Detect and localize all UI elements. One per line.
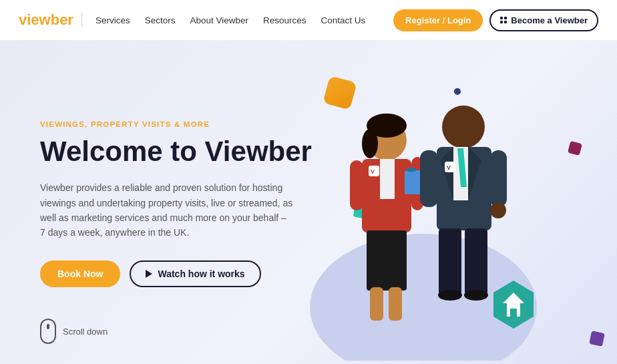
nav-link-contact[interactable]: Contact Us [321,15,366,25]
people-illustration: V V [283,53,564,361]
hero-content: VIEWINGS, PROPERTY VISITS & MORE Welcome… [40,120,312,287]
nav-link-about[interactable]: About Viewber [190,15,248,25]
svg-rect-26 [439,228,461,295]
svg-rect-27 [465,228,487,295]
book-now-button[interactable]: Book Now [40,260,120,287]
register-button[interactable]: Register / Login [393,9,483,31]
become-button[interactable]: Become a Viewber [489,9,598,31]
svg-rect-8 [367,230,407,291]
hero-illustration: V V [283,53,564,361]
navbar: viewber Services Sectors About Viewber R… [0,0,617,40]
play-icon [146,270,152,278]
svg-text:V: V [447,164,451,171]
nav-item-contact[interactable]: Contact Us [321,14,366,26]
svg-rect-23 [420,150,438,207]
svg-rect-24 [490,150,507,207]
logo: viewber [19,11,73,29]
watch-label: Watch how it works [158,268,244,279]
svg-rect-14 [389,287,402,321]
svg-rect-9 [350,160,363,210]
nav-item-services[interactable]: Services [95,14,130,26]
grid-icon [500,17,507,23]
watch-button[interactable]: Watch how it works [130,260,260,287]
hero-buttons: Book Now Watch how it works [40,260,312,287]
nav-link-services[interactable]: Services [95,15,130,25]
nav-actions: Register / Login Become a Viewber [393,9,598,31]
nav-item-resources[interactable]: Resources [263,14,306,26]
hero-subtitle: VIEWINGS, PROPERTY VISITS & MORE [40,120,312,128]
nav-item-about[interactable]: About Viewber [190,14,248,26]
become-label: Become a Viewber [511,15,588,25]
scroll-icon [40,319,56,344]
scroll-label: Scroll down [63,327,108,337]
svg-point-3 [362,129,378,158]
svg-rect-5 [380,159,395,199]
nav-link-sectors[interactable]: Sectors [145,15,176,25]
crimson-shape-decoration [568,141,582,156]
scroll-dot [47,324,49,329]
logo-text: viewber [19,11,73,29]
svg-rect-13 [370,287,383,321]
svg-point-28 [438,290,462,301]
svg-point-15 [442,106,485,148]
nav-link-resources[interactable]: Resources [263,15,306,25]
hero-title: Welcome to Viewber [40,136,312,167]
nav-links: Services Sectors About Viewber Resources… [95,14,393,26]
svg-rect-12 [407,168,416,172]
hero-description: Viewber provides a reliable and proven s… [40,180,294,240]
nav-item-sectors[interactable]: Sectors [145,14,176,26]
svg-point-29 [464,290,488,301]
svg-point-25 [490,202,506,218]
svg-text:V: V [371,168,375,175]
purple-shape-decoration [589,331,605,347]
nav-divider [81,13,82,27]
scroll-down[interactable]: Scroll down [40,319,108,344]
svg-rect-33 [510,309,517,317]
hero-section: VIEWINGS, PROPERTY VISITS & MORE Welcome… [0,40,617,364]
